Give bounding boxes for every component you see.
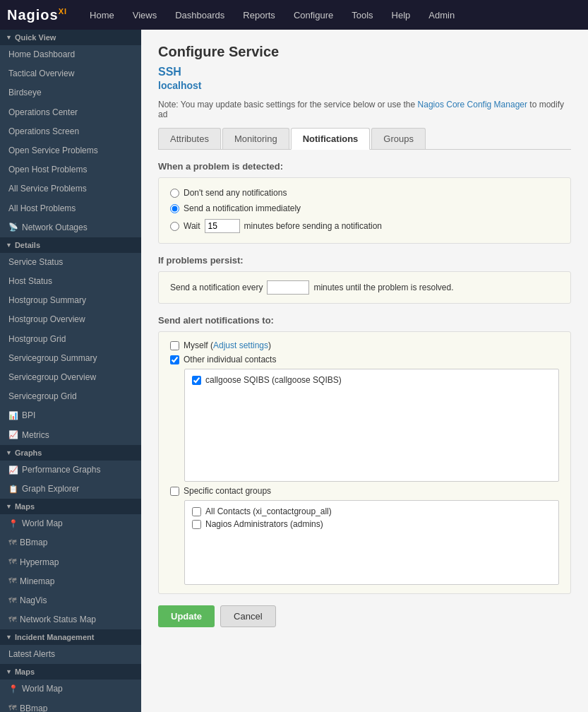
quickview-section[interactable]: ▼ Quick View [0, 30, 141, 45]
sidebar-item-servicegroup-summary[interactable]: Servicegroup Summary [0, 349, 141, 368]
sidebar-label: Network Status Map [20, 613, 96, 627]
checkbox-nagios-admins[interactable] [192, 520, 201, 529]
persist-section-label: If problems persist: [158, 255, 571, 266]
nagvis-icon: 🗺 [8, 595, 16, 607]
sidebar-item-latest-alerts[interactable]: Latest Alerts [0, 645, 141, 664]
details-section[interactable]: ▼ Details [0, 237, 141, 253]
sidebar-label: Hostgroup Overview [8, 313, 85, 326]
maps2-label: Maps [15, 668, 35, 676]
persist-minutes-input[interactable] [267, 280, 309, 295]
update-button[interactable]: Update [158, 605, 215, 627]
tab-notifications[interactable]: Notifications [291, 128, 371, 150]
config-manager-link[interactable]: Nagios Core Config Manager [418, 100, 527, 109]
sidebar-item-all-host[interactable]: All Host Problems [0, 199, 141, 218]
sidebar-item-hostgroup-summary[interactable]: Hostgroup Summary [0, 291, 141, 310]
sidebar-label: Home Dashboard [8, 48, 75, 61]
checkbox-other-contacts[interactable] [170, 355, 179, 364]
logo-xi: XI [59, 7, 67, 16]
sidebar-item-open-service[interactable]: Open Service Problems [0, 141, 141, 160]
sidebar-item-bpi[interactable]: 📊BPI [0, 406, 141, 425]
sidebar-item-graph-explorer[interactable]: 📋Graph Explorer [0, 480, 141, 499]
logo: NagiosXI [7, 7, 67, 23]
sidebar-item-hostgroup-overview[interactable]: Hostgroup Overview [0, 310, 141, 329]
sidebar-item-nagvis[interactable]: 🗺NagVis [0, 591, 141, 610]
nav-tools[interactable]: Tools [343, 6, 381, 25]
nav-admin[interactable]: Admin [420, 6, 463, 25]
radio-dont-send[interactable] [170, 189, 179, 198]
minemap-icon: 🗺 [8, 575, 16, 588]
nav-configure[interactable]: Configure [285, 6, 342, 25]
sidebar-item-service-status[interactable]: Service Status [0, 253, 141, 272]
nav-views[interactable]: Views [124, 6, 165, 25]
nav-home[interactable]: Home [81, 6, 123, 25]
sidebar-item-bbmap2[interactable]: 🗺BBmap [0, 699, 141, 712]
sidebar-item-network-outages[interactable]: 📡Network Outages [0, 218, 141, 237]
maps2-section[interactable]: ▼ Maps [0, 664, 141, 680]
sidebar-label: NagVis [20, 594, 47, 607]
tab-attributes[interactable]: Attributes [158, 128, 221, 149]
graph-explorer-icon: 📋 [8, 483, 18, 496]
tabs: Attributes Monitoring Notifications Grou… [158, 128, 571, 150]
sidebar-item-servicegroup-overview[interactable]: Servicegroup Overview [0, 368, 141, 387]
nav-help[interactable]: Help [383, 6, 419, 25]
sidebar-item-world-map[interactable]: 📍World Map [0, 514, 141, 533]
sidebar-label: Performance Graphs [22, 463, 100, 477]
myself-text: Myself ( [184, 340, 213, 350]
sidebar-item-all-service[interactable]: All Service Problems [0, 179, 141, 198]
tab-groups[interactable]: Groups [371, 128, 426, 149]
checkbox-callgoose[interactable] [192, 376, 201, 385]
sidebar-item-performance-graphs[interactable]: 📈Performance Graphs [0, 461, 141, 480]
layout: ▼ Quick View Home Dashboard Tactical Ove… [0, 30, 588, 712]
sidebar-item-operations-center[interactable]: Operations Center [0, 103, 141, 122]
sidebar-item-minemap[interactable]: 🗺Minemap [0, 572, 141, 591]
group-row-nagios-admins: Nagios Administrators (admins) [192, 519, 551, 529]
checkbox-row-groups: Specific contact groups [170, 486, 559, 496]
sidebar-label: BBmap [20, 536, 47, 550]
sidebar-label: Latest Alerts [8, 648, 55, 661]
sidebar-item-metrics[interactable]: 📈Metrics [0, 426, 141, 445]
radio-immediately-label: Send a notification immediately [184, 203, 301, 213]
sidebar-item-hypermap[interactable]: 🗺Hypermap [0, 553, 141, 572]
sidebar-item-operations-screen[interactable]: Operations Screen [0, 122, 141, 141]
myself-suffix: ) [268, 340, 271, 350]
alert-section-label: Send alert notifications to: [158, 315, 571, 326]
wait-minutes-input[interactable] [205, 219, 240, 233]
adjust-settings-link[interactable]: Adjust settings [213, 340, 268, 350]
checkbox-row-other: Other individual contacts [170, 355, 559, 364]
graphs-section[interactable]: ▼ Graphs [0, 445, 141, 461]
sidebar-item-birdseye[interactable]: Birdseye [0, 83, 141, 102]
nav-dashboards[interactable]: Dashboards [167, 6, 233, 25]
maps2-arrow: ▼ [6, 668, 12, 675]
sidebar-item-world-map2[interactable]: 📍World Map [0, 680, 141, 699]
sidebar-label: Operations Center [8, 106, 78, 119]
incident-label: Incident Management [15, 633, 94, 641]
radio-immediately[interactable] [170, 204, 179, 213]
sidebar-label: Servicegroup Overview [8, 371, 96, 384]
sidebar-item-bbmap[interactable]: 🗺BBmap [0, 533, 141, 552]
radio-wait[interactable] [170, 222, 179, 231]
nagios-admins-label: Nagios Administrators (admins) [205, 519, 323, 529]
nav-reports[interactable]: Reports [234, 6, 284, 25]
world-map-icon: 📍 [8, 518, 18, 530]
contact-row-callgoose: callgoose SQIBS (callgoose SQIBS) [192, 375, 551, 385]
cancel-button[interactable]: Cancel [220, 605, 275, 627]
checkbox-myself[interactable] [170, 341, 179, 350]
sidebar-item-network-status-map[interactable]: 🗺Network Status Map [0, 610, 141, 629]
sidebar-item-home-dashboard[interactable]: Home Dashboard [0, 45, 141, 64]
maps-section[interactable]: ▼ Maps [0, 499, 141, 514]
checkbox-specific-groups[interactable] [170, 487, 179, 496]
checkbox-all-contacts[interactable] [192, 507, 201, 516]
sidebar-label: Open Host Problems [8, 163, 87, 177]
sidebar-item-host-status[interactable]: Host Status [0, 272, 141, 291]
sidebar-label: Open Service Problems [8, 144, 98, 158]
sidebar-item-servicegroup-grid[interactable]: Servicegroup Grid [0, 387, 141, 406]
sidebar-item-hostgroup-grid[interactable]: Hostgroup Grid [0, 330, 141, 349]
problem-section-label: When a problem is detected: [158, 161, 571, 172]
sidebar-item-open-host[interactable]: Open Host Problems [0, 160, 141, 179]
incident-section[interactable]: ▼ Incident Management [0, 629, 141, 645]
contact-groups-list: All Contacts (xi_contactgroup_all) Nagio… [184, 500, 559, 585]
sidebar-item-tactical-overview[interactable]: Tactical Overview [0, 64, 141, 83]
problem-detected-card: Don't send any notifications Send a noti… [158, 177, 571, 244]
tab-monitoring[interactable]: Monitoring [222, 128, 289, 149]
all-contacts-label: All Contacts (xi_contactgroup_all) [205, 506, 332, 516]
